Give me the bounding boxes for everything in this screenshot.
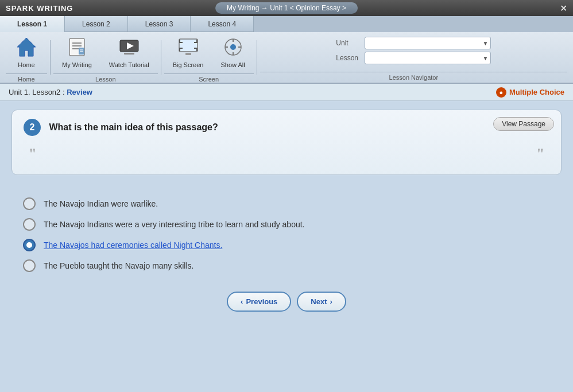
answer-text-3: The Navajos had ceremonies called Night …: [44, 240, 222, 250]
close-quote: ": [537, 145, 544, 163]
breadcrumb-text: Unit 1. Lesson2 :: [9, 88, 67, 96]
next-label: Next: [311, 297, 327, 306]
my-writing-button[interactable]: My Writing: [53, 32, 100, 71]
open-quote: ": [29, 145, 36, 163]
tab-lesson1[interactable]: Lesson 1: [0, 16, 65, 32]
multiple-choice-badge: ● Multiple Choice: [496, 87, 564, 98]
show-all-button[interactable]: Show All: [212, 32, 253, 71]
big-screen-icon: [176, 35, 200, 59]
lesson-row: Lesson ▼: [336, 52, 491, 64]
view-passage-button[interactable]: View Passage: [493, 117, 554, 131]
breadcrumb: Unit 1. Lesson2 : Review: [9, 88, 92, 96]
home-label: Home: [18, 61, 34, 68]
toolbar-navigator-group: Unit ▼ Lesson ▼ Lesson Navigator: [260, 34, 567, 81]
tab-lesson2[interactable]: Lesson 2: [65, 16, 128, 32]
answer-option-4[interactable]: The Pueblo taught the Navajo many skills…: [23, 259, 550, 272]
toolbar-screen-group: Big Screen Show All Screen: [164, 32, 254, 83]
answers-area: The Navajo Indian were warlike. The Nava…: [11, 184, 562, 286]
mc-icon: ●: [496, 87, 506, 98]
toolbar-home-group: Home Home: [6, 32, 47, 83]
watch-tutorial-label: Watch Tutorial: [109, 61, 149, 68]
unit-label: Unit: [336, 39, 365, 47]
lesson-section-label: Lesson: [53, 73, 158, 83]
radio-inner-3: [26, 242, 32, 248]
unit-select-wrapper: ▼: [365, 37, 491, 49]
home-section-label: Home: [6, 73, 47, 83]
watch-tutorial-button[interactable]: Watch Tutorial: [100, 32, 158, 71]
main-content: View Passage 2 What is the main idea of …: [0, 101, 573, 379]
answer-option-1[interactable]: The Navajo Indian were warlike.: [23, 197, 550, 210]
prev-arrow: ‹: [241, 297, 243, 306]
divider2: [161, 40, 161, 75]
big-screen-button[interactable]: Big Screen: [164, 32, 212, 71]
svg-rect-11: [179, 39, 198, 52]
question-card: View Passage 2 What is the main idea of …: [11, 110, 562, 175]
tab-lesson3[interactable]: Lesson 3: [128, 16, 191, 32]
toolbar-lesson-group: My Writing Watch Tutorial Lesson: [53, 32, 158, 83]
svg-point-14: [230, 44, 236, 50]
nav-buttons: ‹ Previous Next ›: [11, 292, 562, 312]
answer-text-2: The Navajo Indians were a very interesti…: [44, 220, 304, 229]
previous-button[interactable]: ‹ Previous: [227, 292, 291, 312]
watch-tutorial-icon: [117, 35, 141, 59]
home-icon: [14, 35, 38, 59]
answer-text-4: The Pueblo taught the Navajo many skills…: [44, 261, 193, 270]
prev-label: Previous: [246, 297, 277, 306]
answer-text-1: The Navajo Indian were warlike.: [44, 199, 158, 208]
show-all-label: Show All: [220, 61, 245, 68]
unit-select[interactable]: [365, 37, 491, 49]
big-screen-label: Big Screen: [173, 61, 204, 68]
screen-section-label: Screen: [164, 73, 254, 83]
question-header: 2 What is the main idea of this passage?: [24, 119, 549, 136]
radio-3[interactable]: [23, 239, 36, 251]
question-number: 2: [24, 119, 41, 136]
unit-row: Unit ▼: [336, 37, 491, 49]
svg-rect-12: [185, 53, 191, 55]
answer-option-3[interactable]: The Navajos had ceremonies called Night …: [23, 239, 550, 251]
show-all-icon: [221, 35, 245, 59]
question-text: What is the main idea of this passage?: [49, 122, 218, 132]
navigator-section-label: Lesson Navigator: [260, 72, 567, 81]
breadcrumb-review[interactable]: Review: [67, 88, 92, 96]
lesson-navigator: Unit ▼ Lesson ▼: [330, 34, 497, 69]
next-button[interactable]: Next ›: [297, 292, 346, 312]
tab-lesson4[interactable]: Lesson 4: [191, 16, 254, 32]
my-writing-label: My Writing: [62, 61, 92, 68]
divider3: [257, 40, 257, 75]
lesson-label: Lesson: [336, 54, 365, 62]
mc-label: Multiple Choice: [509, 88, 564, 96]
answer-option-2[interactable]: The Navajo Indians were a very interesti…: [23, 218, 550, 231]
svg-rect-5: [79, 48, 84, 55]
window-title: My Writing → Unit 1 < Opinion Essay >: [215, 2, 358, 14]
divider1: [50, 40, 51, 75]
lesson-select-wrapper: ▼: [365, 52, 491, 64]
svg-rect-10: [124, 53, 134, 55]
lesson-tabs: Lesson 1 Lesson 2 Lesson 3 Lesson 4: [0, 16, 573, 32]
app-name: SPARK WRITING: [6, 4, 73, 13]
my-writing-icon: [65, 35, 89, 59]
radio-1[interactable]: [23, 197, 36, 210]
breadcrumb-bar: Unit 1. Lesson2 : Review ● Multiple Choi…: [0, 84, 573, 101]
radio-4[interactable]: [23, 259, 36, 272]
lesson-select[interactable]: [365, 52, 491, 64]
next-arrow: ›: [330, 297, 332, 306]
home-button[interactable]: Home: [6, 32, 47, 71]
radio-2[interactable]: [23, 218, 36, 231]
quote-marks: " ": [24, 142, 549, 166]
title-bar: SPARK WRITING My Writing → Unit 1 < Opin…: [0, 0, 573, 16]
svg-marker-0: [17, 38, 36, 56]
close-button[interactable]: ✕: [560, 3, 567, 14]
toolbar: Home Home My Writin: [0, 32, 573, 84]
